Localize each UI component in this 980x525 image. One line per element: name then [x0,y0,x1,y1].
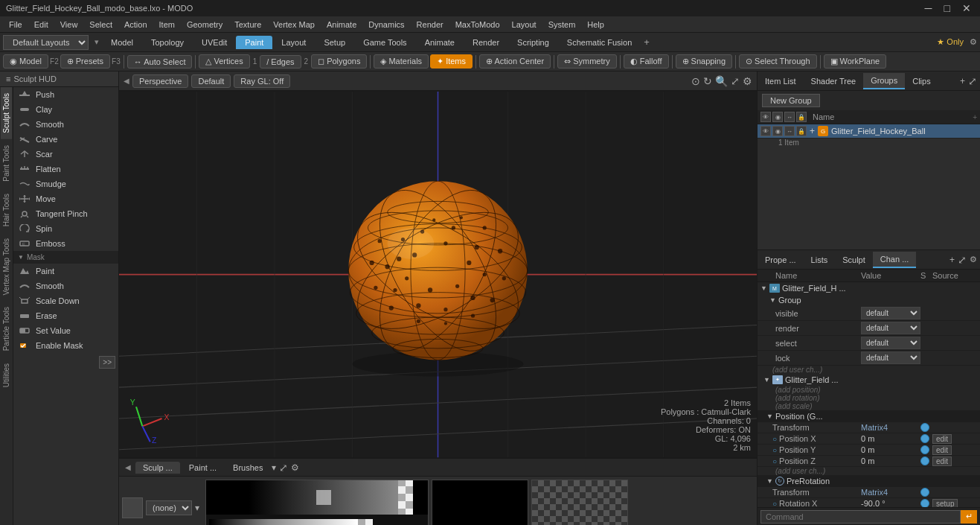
particle-tools-tab[interactable]: Particle Tools [1,301,12,357]
default-btn[interactable]: Default [191,74,231,88]
falloff-btn[interactable]: ◐ Falloff [624,54,669,69]
polygons-btn[interactable]: ◻ Polygons [311,54,367,69]
sculpt-tab[interactable]: Sculpt [835,252,873,267]
tool-scale-down[interactable]: Scale Down [13,293,118,308]
tool-push[interactable]: Push [13,87,118,102]
layout-tab-paint[interactable]: Paint [236,36,272,49]
groups-tab[interactable]: Groups [863,73,905,89]
texture-dropdown-icon[interactable]: ▾ [195,503,199,513]
prop-rot-x-src[interactable]: setup [932,500,977,508]
select-through-btn[interactable]: ⊙ Select Through [739,54,816,69]
tree-position-section[interactable]: ▼ Position (G... [758,410,980,422]
prope-tab[interactable]: Prope ... [758,252,804,267]
snapping-btn[interactable]: ⊕ Snapping [676,54,733,69]
viewport-nav-back-icon[interactable]: ◀ [124,77,129,85]
tool-paint-mask[interactable]: Paint [13,264,118,279]
bottom-settings-icon[interactable]: ⚙ [291,462,299,473]
minimize-btn[interactable]: ─ [922,2,935,14]
tool-move[interactable]: Move [13,191,118,206]
viewport[interactable]: X Y Z 2 Items Polygons : Catmull-Clark C… [119,91,757,458]
bottom-nav-back-icon[interactable]: ◀ [122,463,134,471]
menu-help[interactable]: Help [581,19,610,31]
props-settings-icon[interactable]: ⚙ [970,255,977,264]
pos-x-edit-btn[interactable]: edit [932,434,952,444]
layout-tab-topology[interactable]: Topology [142,36,193,49]
vertex-map-tools-tab[interactable]: Vertex Map Tools [1,232,12,302]
rotate-icon[interactable]: ↻ [703,75,712,87]
presets-btn[interactable]: ⊕ Presets [60,54,110,69]
auto-select-btn[interactable]: ↔ Auto Select [127,55,193,69]
tool-carve[interactable]: Carve [13,132,118,147]
tool-erase[interactable]: Erase [13,308,118,323]
brushes-dropdown-icon[interactable]: ▾ [272,462,276,473]
menu-item[interactable]: Item [153,19,181,31]
prop-render-value[interactable]: default [861,322,920,334]
item-render-icon[interactable]: ◉ [772,126,783,136]
tool-smudge[interactable]: Smudge [13,176,118,191]
prop-render-select[interactable]: default [861,322,920,334]
pos-y-edit-btn[interactable]: edit [932,445,952,455]
prop-visible-select[interactable]: default [861,307,920,319]
layout-tab-scripting[interactable]: Scripting [508,36,558,49]
tool-set-value[interactable]: Set Value [13,323,118,338]
action-center-btn[interactable]: ⊕ Action Center [479,54,551,69]
prop-lock-value[interactable]: default [861,351,920,364]
menu-vertex-map[interactable]: Vertex Map [267,19,321,31]
window-controls[interactable]: ─ □ ✕ [922,2,974,14]
symmetry-btn[interactable]: ⇔ Symmetry [557,54,617,69]
menu-view[interactable]: View [54,19,84,31]
tool-flatten[interactable]: Flatten [13,162,118,176]
props-expand-icon[interactable]: ⤢ [958,254,967,266]
layout-tab-layout[interactable]: Layout [272,36,315,49]
add-rotation[interactable]: (add rotation) [758,394,980,402]
item-eye-icon[interactable]: 👁 [760,126,771,136]
tool-tangent-pinch[interactable]: Tangent Pinch [13,206,118,221]
tree-prerotation-section[interactable]: ▼ ↻ PreRotation [758,475,980,487]
layout-tab-model[interactable]: Model [102,36,142,49]
hair-tools-tab[interactable]: Hair Tools [1,188,12,232]
menu-select[interactable]: Select [83,19,118,31]
prop-pos-x-src[interactable]: edit [932,435,977,443]
layout-add-btn[interactable]: + [644,36,650,48]
tool-enable-mask[interactable]: Enable Mask [13,338,118,353]
layout-settings-icon[interactable]: ⚙ [970,37,977,47]
add-scale[interactable]: (add scale) [758,402,980,410]
tool-clay[interactable]: Clay [13,102,118,117]
layout-tab-setup[interactable]: Setup [315,36,354,49]
expand-item-icon[interactable]: + [810,126,815,136]
search-viewport-icon[interactable]: 🔍 [715,75,728,87]
prop-select-value[interactable]: default [861,337,920,349]
tree-glitter-item[interactable]: ▼ ✦ Glitter_Field ... [758,374,980,386]
viewport-settings-icon[interactable]: ⚙ [743,75,752,87]
layout-tab-game-tools[interactable]: Game Tools [354,36,416,49]
add-user-ch-pos[interactable]: (add user ch...) [758,467,980,475]
tool-spin[interactable]: Spin [13,221,118,236]
tree-root-item[interactable]: ▼ M Glitter_Field_H ... [758,282,980,294]
props-add-icon[interactable]: + [949,255,955,265]
layout-tab-schematic[interactable]: Schematic Fusion [558,36,641,49]
model-btn[interactable]: ◉ Model [3,54,48,69]
bottom-tab-brushes[interactable]: Brushes [225,462,270,474]
menu-render[interactable]: Render [411,19,449,31]
right-top-add-icon[interactable]: + [960,76,965,86]
expand-viewport-icon[interactable]: ⤢ [731,75,740,87]
prop-select-select[interactable]: default [861,337,920,349]
bottom-tab-sculpt[interactable]: Sculp ... [135,462,180,474]
menu-animate[interactable]: Animate [321,19,362,31]
clips-tab[interactable]: Clips [905,74,938,89]
prop-lock-select[interactable]: default [861,351,920,364]
item-row-hockey-ball[interactable]: 👁 ◉ ↔ 🔒 + G Glitter_Field_Hockey_Ball [758,124,980,139]
add-user-ch-group[interactable]: (add user ch...) [758,366,980,374]
collapse-btn[interactable]: >> [99,356,115,369]
right-top-expand-icon[interactable]: ⤢ [968,75,977,87]
workplane-btn[interactable]: ▣ WorkPlane [824,54,887,69]
layout-tab-uvedit[interactable]: UVEdit [193,36,236,49]
mask-section-header[interactable]: ▼ Mask [13,251,118,264]
prop-pos-z-src[interactable]: edit [932,457,977,465]
layout-dropdown[interactable]: Default Layouts [3,35,89,50]
expand-bottom-icon[interactable]: ⤢ [279,462,288,474]
menu-layout[interactable]: Layout [506,19,542,31]
menu-dynamics[interactable]: Dynamics [362,19,410,31]
utilities-tab[interactable]: Utilities [1,357,12,393]
perspective-btn[interactable]: Perspective [132,74,188,88]
